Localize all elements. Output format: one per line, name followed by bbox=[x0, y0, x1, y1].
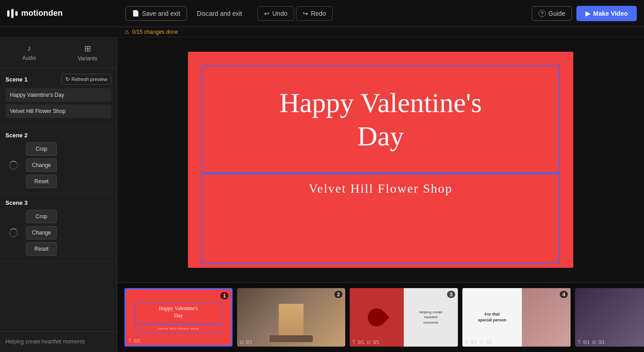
thumb-1-title: Happy Valentine'sDay bbox=[138, 305, 219, 319]
scene-1-title: Scene 1 bbox=[5, 76, 27, 83]
undo-redo-group: ↩ Undo ↪ Redo bbox=[257, 6, 333, 21]
topbar: motionden 📄 Save and exit Discard and ex… bbox=[0, 0, 644, 27]
scene-3-reset-button[interactable]: Reset bbox=[26, 242, 57, 256]
guide-button[interactable]: ? Guide bbox=[532, 6, 572, 21]
canvas-area: Happy Valentine's Day Velvet Hill Flower… bbox=[117, 37, 644, 352]
canvas-main: Happy Valentine's Day Velvet Hill Flower… bbox=[117, 37, 644, 282]
scene-2-reset-button[interactable]: Reset bbox=[26, 175, 57, 188]
canvas-frame[interactable]: Happy Valentine's Day Velvet Hill Flower… bbox=[188, 52, 573, 268]
scene-2-loading bbox=[5, 157, 22, 173]
canvas-subtitle: Velvet Hill Flower Shop bbox=[309, 181, 452, 196]
warning-icon: ⚠ bbox=[124, 29, 129, 35]
scene-1-section: Scene 1 ↻ Refresh preview Happy Valentin… bbox=[0, 68, 117, 126]
thumb-3-text: Helping createheartfeltmoments bbox=[419, 310, 443, 325]
sidebar: ♪ Audio ⊞ Variants Scene 1 ↻ Refresh pre… bbox=[0, 37, 117, 352]
doc-icon: 📄 bbox=[132, 10, 139, 17]
scene-2-controls: Crop Change Reset bbox=[5, 142, 111, 188]
save-and-exit-button[interactable]: 📄 Save and exit bbox=[125, 6, 187, 21]
refresh-preview-button[interactable]: ↻ Refresh preview bbox=[61, 74, 111, 85]
image-icon-3: ⊡ bbox=[367, 340, 370, 345]
scene-3-loading bbox=[5, 225, 22, 241]
thumb-3-info: T0/1 ⊡ 0/1 bbox=[352, 340, 379, 345]
variants-icon: ⊞ bbox=[84, 44, 91, 54]
scene-3-change-button[interactable]: Change bbox=[26, 226, 57, 239]
thumb-2-info: ⊡ 0/1 bbox=[240, 340, 252, 345]
topbar-actions: 📄 Save and exit Discard and exit ↩ Undo … bbox=[125, 6, 526, 21]
thumb-2-badge: 2 bbox=[334, 291, 343, 298]
filmstrip-item-2[interactable]: 2 ⊡ 0/1 bbox=[237, 288, 345, 347]
scene-3-title: Scene 3 bbox=[5, 199, 111, 206]
tab-audio[interactable]: ♪ Audio bbox=[0, 37, 59, 68]
refresh-icon: ↻ bbox=[65, 76, 70, 82]
app-logo: motionden bbox=[7, 9, 120, 18]
audio-icon: ♪ bbox=[27, 44, 31, 53]
logo-icon bbox=[7, 9, 18, 18]
filmstrip: Happy Valentine'sDay Velvet Hill Flower … bbox=[117, 282, 644, 352]
sidebar-footer: Helping create heartfelt moments bbox=[0, 331, 117, 352]
filmstrip-item-1[interactable]: Happy Valentine'sDay Velvet Hill Flower … bbox=[124, 288, 233, 347]
scene-2-change-button[interactable]: Change bbox=[26, 158, 57, 172]
make-video-button[interactable]: ▶ Make Video bbox=[576, 6, 637, 21]
undo-icon: ↩ bbox=[264, 10, 269, 17]
main-content: ♪ Audio ⊞ Variants Scene 1 ↻ Refresh pre… bbox=[0, 37, 644, 352]
filmstrip-item-4[interactable]: For thatspecial person 4 T0/1 ⊡ 0/1 bbox=[462, 288, 571, 347]
canvas-subtitle-box[interactable]: Velvet Hill Flower Shop bbox=[201, 173, 560, 263]
sidebar-tabs: ♪ Audio ⊞ Variants bbox=[0, 37, 117, 68]
redo-button[interactable]: ↪ Redo bbox=[296, 6, 333, 21]
changes-text: 0/15 changes done bbox=[132, 29, 178, 35]
image-icon-4: ⊡ bbox=[480, 340, 483, 345]
thumb-1-badge: 1 bbox=[220, 292, 228, 299]
thumb-3-badge: 3 bbox=[447, 291, 455, 298]
filmstrip-item-5[interactable]: Now acceptingonline orders 5 T0/1 ⊡ 0/1 bbox=[575, 288, 644, 347]
scene-2-buttons: Crop Change Reset bbox=[26, 142, 57, 188]
undo-button[interactable]: ↩ Undo bbox=[257, 6, 294, 21]
play-icon: ▶ bbox=[585, 10, 590, 17]
thumb-4-badge: 4 bbox=[560, 291, 568, 298]
changes-info-bar: ⚠ 0/15 changes done bbox=[0, 27, 644, 37]
scene-3-crop-button[interactable]: Crop bbox=[26, 210, 57, 223]
scene-1-header: Scene 1 ↻ Refresh preview bbox=[5, 74, 111, 85]
image-icon-2: ⊡ bbox=[240, 340, 243, 345]
thumb-1-info: T 0/2 bbox=[128, 338, 140, 343]
scene-3-buttons: Crop Change Reset bbox=[26, 210, 57, 256]
thumb-5-info: T0/1 ⊡ 0/1 bbox=[578, 340, 605, 345]
canvas-title-box[interactable]: Happy Valentine's Day bbox=[201, 65, 560, 173]
guide-icon: ? bbox=[539, 10, 546, 17]
topbar-right: ? Guide ▶ Make Video bbox=[532, 6, 637, 21]
image-icon-5: ⊡ bbox=[592, 340, 596, 345]
canvas-title: Happy Valentine's Day bbox=[279, 86, 482, 153]
scene-1-text-item-2[interactable]: Velvet Hill Flower Shop bbox=[5, 104, 111, 118]
scene-1-text-item-1[interactable]: Happy Valentine's Day bbox=[5, 88, 111, 102]
scene-2-section: Scene 2 Crop Change Reset bbox=[0, 126, 117, 194]
thumb-4-text: For thatspecial person bbox=[478, 311, 506, 323]
thumb-4-info: T0/1 ⊡ 0/1 bbox=[465, 340, 492, 345]
text-icon: T bbox=[128, 338, 131, 343]
thumb-1-subtitle: Velvet Hill Flower Shop bbox=[137, 327, 220, 330]
app-name: motionden bbox=[21, 9, 63, 18]
filmstrip-item-3[interactable]: Helping createheartfeltmoments 3 T0/1 ⊡ … bbox=[350, 288, 458, 347]
tab-variants[interactable]: ⊞ Variants bbox=[59, 37, 117, 68]
scene-2-title: Scene 2 bbox=[5, 132, 111, 139]
scene-2-crop-button[interactable]: Crop bbox=[26, 142, 57, 156]
scene-3-section: Scene 3 Crop Change Reset bbox=[0, 194, 117, 262]
scene-3-controls: Crop Change Reset bbox=[5, 210, 111, 256]
discard-and-exit-button[interactable]: Discard and exit bbox=[191, 7, 248, 20]
redo-icon: ↪ bbox=[303, 10, 308, 17]
